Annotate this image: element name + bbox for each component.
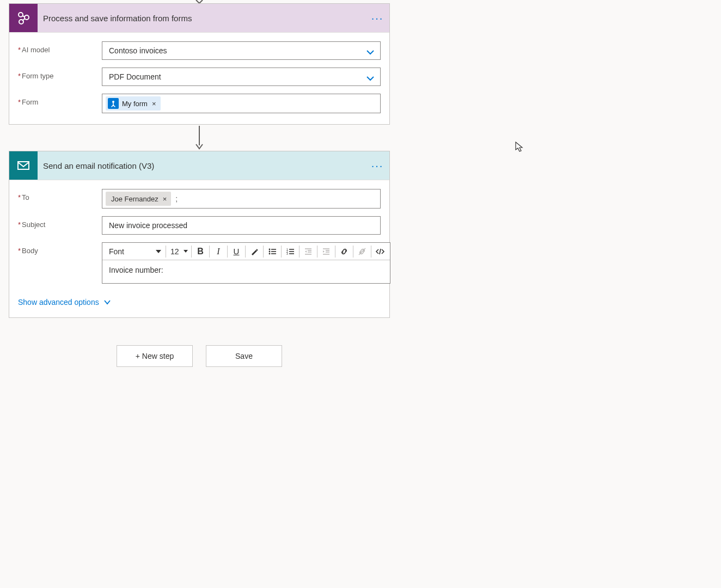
rte-toolbar: Font 12 B I [102, 243, 390, 260]
card-title: Send an email notification (V3) [38, 161, 365, 170]
form-label: *Form [18, 94, 102, 106]
new-step-button[interactable]: + New step [117, 345, 193, 367]
rte-size-select[interactable]: 12 [167, 244, 190, 259]
action-card-send-email: Send an email notification (V3) ··· *To … [9, 151, 390, 318]
card-header[interactable]: Process and save information from forms … [9, 4, 389, 32]
chevron-down-icon [366, 45, 375, 63]
form-token-input[interactable]: My form × [102, 94, 381, 113]
rte-font-select[interactable]: Font [105, 244, 164, 259]
rte-code-view-button[interactable] [372, 244, 388, 259]
touch-icon [108, 98, 119, 109]
to-token[interactable]: Joe Fernandez × [106, 192, 171, 206]
body-label: *Body [18, 242, 102, 255]
card-more-menu[interactable]: ··· [365, 12, 389, 24]
flow-connector [9, 125, 390, 151]
ai-model-select[interactable]: Contoso invoices [102, 41, 381, 60]
mail-icon [9, 151, 38, 180]
save-button[interactable]: Save [206, 345, 282, 367]
caret-down-icon [184, 249, 188, 253]
body-content[interactable]: Invoice number: [102, 260, 390, 283]
card-header[interactable]: Send an email notification (V3) ··· [9, 151, 389, 180]
chevron-down-icon [366, 71, 375, 89]
form-token[interactable]: My form × [106, 96, 161, 111]
to-separator: ; [175, 194, 178, 203]
svg-point-12 [269, 253, 271, 254]
rte-link-button[interactable] [337, 244, 352, 259]
chevron-down-icon [103, 298, 111, 306]
rte-indent-button[interactable] [319, 244, 334, 259]
rte-outdent-button[interactable] [301, 244, 316, 259]
arrowhead-icon [195, 0, 204, 3]
remove-token-button[interactable]: × [162, 195, 168, 203]
svg-point-8 [269, 248, 271, 250]
ai-builder-icon [9, 4, 38, 32]
rte-bold-button[interactable]: B [193, 244, 208, 259]
arrow-down-icon [195, 125, 204, 151]
subject-label: *Subject [18, 216, 102, 229]
rte-unlink-button[interactable] [355, 244, 370, 259]
form-type-select[interactable]: PDF Document [102, 68, 381, 86]
svg-point-10 [269, 250, 271, 252]
form-token-label: My form [122, 100, 148, 108]
svg-rect-7 [18, 162, 29, 169]
to-label: *To [18, 189, 102, 201]
to-input[interactable]: Joe Fernandez × ; [102, 189, 381, 209]
footer-buttons: + New step Save [9, 345, 390, 367]
subject-input[interactable]: New invoice processed [102, 216, 381, 235]
ai-model-label: *AI model [18, 41, 102, 54]
to-token-label: Joe Fernandez [111, 195, 158, 203]
card-more-menu[interactable]: ··· [365, 160, 389, 172]
card-title: Process and save information from forms [38, 14, 365, 23]
body-editor: Font 12 B I [102, 242, 390, 284]
cursor-icon [515, 142, 524, 154]
rte-number-list-button[interactable]: 1 2 3 [283, 244, 298, 259]
rte-bullet-list-button[interactable] [265, 244, 280, 259]
svg-text:3: 3 [286, 252, 288, 255]
rte-forecolor-button[interactable] [247, 244, 262, 259]
rte-underline-button[interactable]: U [229, 244, 244, 259]
form-type-label: *Form type [18, 68, 102, 80]
caret-down-icon [156, 249, 161, 254]
remove-token-button[interactable]: × [151, 100, 157, 108]
rte-italic-button[interactable]: I [211, 244, 226, 259]
show-advanced-options[interactable]: Show advanced options [18, 298, 111, 307]
action-card-ai-builder: Process and save information from forms … [9, 3, 390, 125]
